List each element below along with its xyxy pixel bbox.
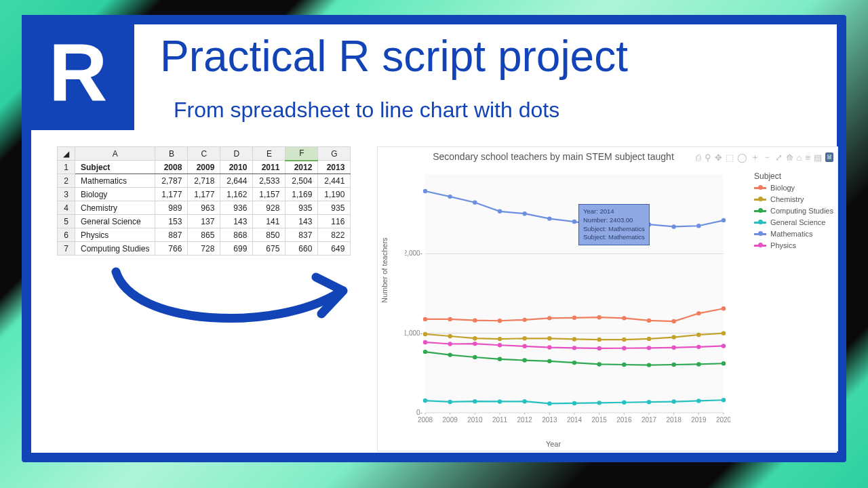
col-header[interactable]: G <box>318 147 351 161</box>
hover-icon[interactable]: ▤ <box>814 152 822 163</box>
cell[interactable]: 766 <box>155 242 188 256</box>
cell[interactable]: 699 <box>220 242 253 256</box>
row-number[interactable]: 1 <box>58 161 75 174</box>
svg-text:2016: 2016 <box>616 416 632 424</box>
plotly-badge-icon[interactable]: lil <box>825 152 833 162</box>
cell[interactable]: 837 <box>285 228 318 242</box>
cell[interactable]: 2009 <box>188 161 220 174</box>
cell[interactable]: 868 <box>220 228 253 242</box>
cell[interactable]: 2,533 <box>253 174 285 188</box>
svg-point-58 <box>722 331 726 335</box>
cell[interactable]: 728 <box>188 242 220 256</box>
row-number[interactable]: 5 <box>58 215 75 228</box>
lasso-icon[interactable]: ◯ <box>737 152 747 163</box>
cell[interactable]: 2,718 <box>188 174 220 188</box>
row-number[interactable]: 6 <box>58 228 75 242</box>
legend-item[interactable]: Chemistry <box>754 195 833 203</box>
legend-item[interactable]: Biology <box>754 184 833 192</box>
pan-icon[interactable]: ✥ <box>715 152 722 163</box>
cell[interactable]: 1,177 <box>188 188 220 201</box>
row-number[interactable]: 4 <box>58 201 75 215</box>
svg-point-60 <box>448 352 452 357</box>
svg-point-80 <box>622 401 626 405</box>
cell[interactable]: 2,441 <box>318 174 351 188</box>
cell[interactable]: 2,787 <box>155 174 188 188</box>
cell[interactable]: 141 <box>253 215 285 228</box>
cell[interactable]: 2010 <box>220 161 253 174</box>
zoom-out-icon[interactable]: － <box>763 151 772 163</box>
line-chart[interactable]: 0-1,000-2,000-20082009201020112012201320… <box>405 169 730 433</box>
cell[interactable]: General Science <box>75 215 155 228</box>
cell[interactable]: 935 <box>285 201 318 215</box>
col-header[interactable]: F <box>285 147 318 161</box>
cell[interactable]: 153 <box>155 215 188 228</box>
cell[interactable]: 137 <box>188 215 220 228</box>
col-header[interactable]: B <box>155 147 188 161</box>
cell[interactable]: 143 <box>220 215 253 228</box>
box-select-icon[interactable]: ⬚ <box>726 152 734 163</box>
home-icon[interactable]: ⌂ <box>797 152 802 163</box>
cell[interactable]: Biology <box>75 188 155 201</box>
cell[interactable]: 850 <box>253 228 285 242</box>
svg-point-49 <box>498 337 502 341</box>
cell[interactable]: 989 <box>155 201 188 215</box>
cell[interactable]: Mathematics <box>75 174 155 188</box>
row-number[interactable]: 3 <box>58 188 75 201</box>
legend-item[interactable]: Computing Studies <box>754 207 833 215</box>
cell[interactable]: Chemistry <box>75 201 155 215</box>
cell[interactable]: Physics <box>75 228 155 242</box>
cell[interactable]: 936 <box>220 201 253 215</box>
cell[interactable]: 2008 <box>155 161 188 174</box>
cell[interactable]: 660 <box>285 242 318 256</box>
col-header[interactable]: A <box>75 147 155 161</box>
cell[interactable]: 1,177 <box>155 188 188 201</box>
cell[interactable]: Computing Studies <box>75 242 155 256</box>
svg-point-71 <box>722 361 726 365</box>
cell[interactable]: 935 <box>318 201 351 215</box>
camera-icon[interactable]: ⎙ <box>696 152 701 163</box>
cell[interactable]: 2013 <box>318 161 351 174</box>
legend-item[interactable]: General Science <box>754 218 833 226</box>
zoom-in-icon[interactable]: ＋ <box>751 151 760 163</box>
svg-text:2,000-: 2,000- <box>405 249 422 257</box>
reset-icon[interactable]: ⟰ <box>786 152 793 163</box>
page-title: Practical R script project <box>160 31 628 81</box>
cell[interactable]: 865 <box>188 228 220 242</box>
svg-point-101 <box>498 343 502 347</box>
cell[interactable]: 2011 <box>253 161 285 174</box>
col-header[interactable]: C <box>188 147 220 161</box>
cell[interactable]: Subject <box>75 161 155 174</box>
cell[interactable]: 928 <box>253 201 285 215</box>
svg-point-62 <box>498 357 502 361</box>
col-header[interactable]: D <box>220 147 253 161</box>
spike-icon[interactable]: ≡ <box>805 152 810 163</box>
cell[interactable]: 1,157 <box>253 188 285 201</box>
cell[interactable]: 963 <box>188 201 220 215</box>
legend-item[interactable]: Mathematics <box>754 230 833 238</box>
legend-item[interactable]: Physics <box>754 241 833 249</box>
cell[interactable]: 2,644 <box>220 174 253 188</box>
cell[interactable]: 1,190 <box>318 188 351 201</box>
zoom-icon[interactable]: ⚲ <box>705 152 711 163</box>
plotly-toolbar: ⎙ ⚲ ✥ ⬚ ◯ ＋ － ⤢ ⟰ ⌂ ≡ ▤ lil <box>696 151 833 163</box>
cell[interactable]: 649 <box>318 242 351 256</box>
cell[interactable]: 143 <box>285 215 318 228</box>
cell[interactable]: 116 <box>318 215 351 228</box>
cell[interactable]: 1,162 <box>220 188 253 201</box>
col-header[interactable]: E <box>253 147 285 161</box>
svg-point-36 <box>498 319 502 323</box>
svg-point-50 <box>522 336 526 340</box>
legend-title: Subject <box>754 171 833 181</box>
cell[interactable]: 2012 <box>285 161 318 174</box>
row-number[interactable]: 2 <box>58 174 75 188</box>
svg-point-96 <box>696 224 701 228</box>
cell[interactable]: 887 <box>155 228 188 242</box>
cell[interactable]: 822 <box>318 228 351 242</box>
autoscale-icon[interactable]: ⤢ <box>775 152 783 163</box>
cell[interactable]: 2,504 <box>285 174 318 188</box>
chart-legend: Subject BiologyChemistryComputing Studie… <box>754 171 833 253</box>
cell[interactable]: 1,169 <box>285 188 318 201</box>
row-number[interactable]: 7 <box>58 242 75 256</box>
legend-label: Computing Studies <box>770 207 833 215</box>
cell[interactable]: 675 <box>253 242 285 256</box>
